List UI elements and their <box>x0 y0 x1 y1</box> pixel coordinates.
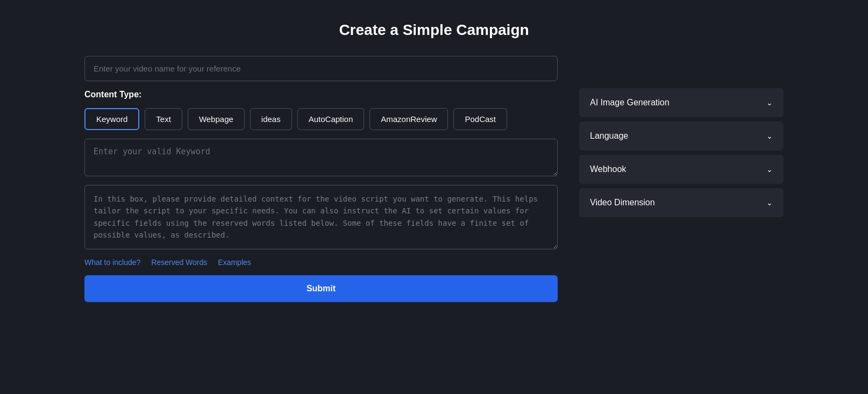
context-textarea[interactable]: In this box, please provide detailed con… <box>84 185 558 249</box>
chevron-down-icon: ⌄ <box>766 165 773 174</box>
content-type-webpage[interactable]: Webpage <box>188 108 245 130</box>
examples-link[interactable]: Examples <box>218 258 251 267</box>
what-to-include-link[interactable]: What to include? <box>84 258 140 267</box>
accordion-webhook-header[interactable]: Webhook ⌄ <box>579 155 784 184</box>
content-type-buttons: Keyword Text Webpage ideas AutoCaption A… <box>84 108 558 130</box>
accordion-ai-image-generation-header[interactable]: AI Image Generation ⌄ <box>579 88 784 117</box>
links-row: What to include? Reserved Words Examples <box>84 258 558 267</box>
content-type-podcast[interactable]: PodCast <box>453 108 507 130</box>
keyword-input[interactable] <box>84 139 558 176</box>
video-name-input[interactable] <box>84 56 558 81</box>
accordion-video-dimension-label: Video Dimension <box>590 198 655 207</box>
content-type-keyword[interactable]: Keyword <box>84 108 139 130</box>
accordion-language: Language ⌄ <box>579 121 784 151</box>
reserved-words-link[interactable]: Reserved Words <box>151 258 207 267</box>
content-type-text[interactable]: Text <box>145 108 182 130</box>
content-type-amazonreview[interactable]: AmazonReview <box>369 108 448 130</box>
accordion-ai-image-generation: AI Image Generation ⌄ <box>579 88 784 117</box>
page-title: Create a Simple Campaign <box>339 22 529 39</box>
right-panel: AI Image Generation ⌄ Language ⌄ Webhook… <box>579 88 784 219</box>
accordion-webhook: Webhook ⌄ <box>579 155 784 184</box>
content-type-label: Content Type: <box>84 90 558 99</box>
chevron-down-icon: ⌄ <box>766 132 773 140</box>
accordion-video-dimension: Video Dimension ⌄ <box>579 188 784 217</box>
chevron-down-icon: ⌄ <box>766 198 773 207</box>
left-panel: Content Type: Keyword Text Webpage ideas… <box>84 56 558 302</box>
accordion-language-header[interactable]: Language ⌄ <box>579 121 784 151</box>
accordion-language-label: Language <box>590 131 628 141</box>
main-layout: Content Type: Keyword Text Webpage ideas… <box>58 56 810 302</box>
accordion-webhook-label: Webhook <box>590 164 626 174</box>
accordion-ai-image-generation-label: AI Image Generation <box>590 98 670 108</box>
content-type-autocaption[interactable]: AutoCaption <box>297 108 365 130</box>
accordion-video-dimension-header[interactable]: Video Dimension ⌄ <box>579 188 784 217</box>
chevron-down-icon: ⌄ <box>766 98 773 107</box>
submit-button[interactable]: Submit <box>84 275 558 302</box>
content-type-ideas[interactable]: ideas <box>250 108 292 130</box>
